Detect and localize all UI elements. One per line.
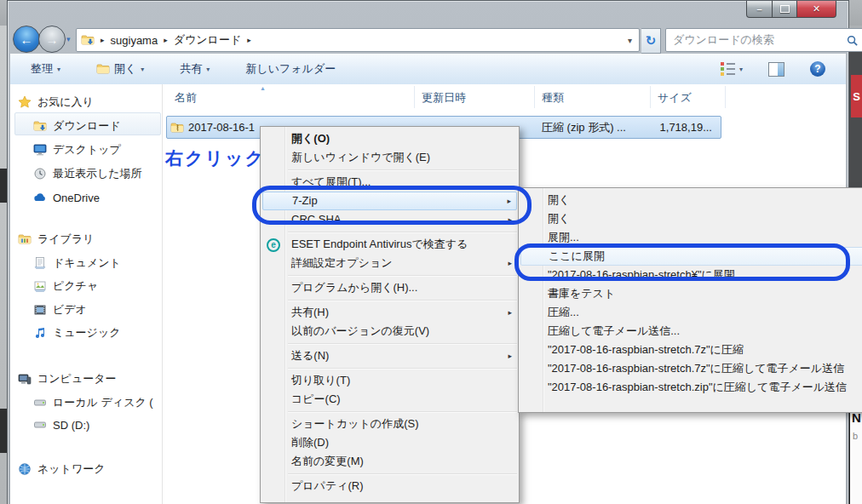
submenu-item-extract[interactable]: 展開... [519, 228, 862, 247]
menu-item-open-new-window[interactable]: 新しいウィンドウで開く(E) [261, 148, 519, 167]
close-icon: ✕ [813, 3, 820, 14]
menu-item-properties[interactable]: プロパティ(R) [261, 477, 519, 495]
menu-item-cut[interactable]: 切り取り(T) [261, 371, 519, 390]
new-folder-button[interactable]: 新しいフォルダー [237, 58, 344, 80]
column-divider[interactable] [650, 86, 651, 108]
recent-pages-dropdown[interactable]: ▾ [66, 35, 71, 43]
menu-item-share[interactable]: 共有(H)▸ [261, 303, 519, 322]
menu-item-copy[interactable]: コピー(C) [261, 390, 519, 409]
menu-item-eset-scan[interactable]: eESET Endpoint Antivirusで検査する [261, 235, 519, 254]
submenu-item-test-archive[interactable]: 書庫をテスト [519, 284, 862, 303]
column-label: 更新日時 [422, 90, 466, 106]
submenu-item-compress-zip-email[interactable]: "2017-08-16-raspbian-stretch.zip"に圧縮して電子… [519, 378, 862, 397]
menu-item-label: 開く(O) [291, 132, 330, 145]
column-header-size[interactable]: サイズ [658, 87, 726, 108]
sidebar-item-pictures[interactable]: ピクチャ [33, 276, 98, 296]
sidebar-item-videos[interactable]: ビデオ [33, 300, 87, 320]
search-placeholder: ダウンロードの検索 [673, 32, 846, 48]
menu-separator [288, 343, 517, 344]
column-divider[interactable] [725, 86, 726, 108]
chevron-down-icon: ▾ [66, 35, 71, 43]
sidebar-item-music[interactable]: ミュージック [33, 323, 121, 343]
sidebar-item-documents[interactable]: ドキュメント [33, 253, 121, 273]
submenu-arrow-icon: ▸ [508, 210, 512, 229]
search-input[interactable]: ダウンロードの検索 [665, 28, 862, 52]
submenu-item-compress-email[interactable]: 圧縮して電子メール送信... [519, 322, 862, 341]
sidebar-item-sd-drive[interactable]: SD (D:) [33, 415, 89, 435]
menu-item-label: 展開... [548, 231, 579, 243]
sidebar-item-favorites[interactable]: お気に入り [18, 92, 94, 112]
column-header-date[interactable]: 更新日時 [422, 87, 532, 108]
breadcrumb-separator-icon: ▸ [158, 36, 174, 44]
organize-button[interactable]: 整理 ▾ [22, 58, 69, 80]
sidebar-item-computer[interactable]: コンピューター [18, 369, 117, 389]
music-note-icon [33, 326, 47, 340]
refresh-button[interactable]: ↻ [641, 28, 661, 54]
pane-divider[interactable] [162, 84, 163, 504]
menu-item-extract-all[interactable]: すべて展開(T)... [261, 173, 519, 192]
menu-item-label: 共有(H) [291, 306, 329, 318]
sidebar-item-desktop[interactable]: デスクトップ [33, 140, 121, 160]
open-button[interactable]: 開く ▾ [88, 58, 152, 80]
column-divider[interactable] [534, 86, 535, 108]
sidebar-item-downloads[interactable]: ダウンロード [33, 116, 121, 136]
minimize-button[interactable]: – [746, 1, 773, 18]
close-button[interactable]: ✕ [797, 1, 836, 18]
submenu-item-compress-7z-email[interactable]: "2017-08-16-raspbian-stretch.7z"に圧縮して電子メ… [519, 359, 862, 378]
computer-icon [18, 372, 32, 386]
preview-pane-button[interactable] [760, 58, 793, 80]
sidebar-item-onedrive[interactable]: OneDrive [33, 187, 100, 208]
menu-item-advanced-options[interactable]: 詳細設定オプション▸ [261, 254, 519, 272]
menu-separator [288, 275, 517, 276]
sidebar-item-network[interactable]: ネットワーク [18, 459, 106, 479]
address-bar[interactable]: ▸ sugiyama ▸ ダウンロード ▸ ▾ [76, 28, 640, 52]
help-button[interactable]: ? [802, 58, 834, 80]
submenu-item-extract-to-folder[interactable]: "2017-08-16-raspbian-stretch¥"に展開 [519, 266, 862, 284]
menu-item-label: ここに展開 [549, 249, 605, 262]
breadcrumb-item[interactable]: ダウンロード [174, 32, 242, 48]
menu-item-label: プログラムから開く(H)... [291, 281, 417, 294]
column-divider[interactable] [414, 86, 415, 108]
breadcrumb-item[interactable]: sugiyama [111, 34, 158, 47]
menu-separator [288, 169, 517, 170]
sidebar-item-label: OneDrive [53, 192, 100, 204]
chevron-down-icon: ▾ [57, 66, 60, 73]
submenu-item-open[interactable]: 開く [519, 191, 862, 209]
address-dropdown[interactable]: ▾ [621, 36, 639, 45]
menu-item-open-with[interactable]: プログラムから開く(H)... [261, 278, 519, 297]
sidebar-item-local-disk[interactable]: ローカル ディスク ( [33, 392, 153, 413]
column-header-name[interactable]: 名前 [175, 87, 413, 108]
submenu-item-open2[interactable]: 開く [519, 209, 862, 228]
eset-icon: e [267, 238, 280, 252]
sidebar-item-recent-places[interactable]: 最近表示した場所 [33, 163, 142, 184]
menu-item-7zip[interactable]: 7-Zip▸ [262, 192, 517, 210]
menu-item-crc-sha[interactable]: CRC SHA▸ [261, 210, 519, 229]
menu-item-delete[interactable]: 削除(D) [261, 433, 519, 452]
maximize-button[interactable] [773, 1, 797, 18]
sidebar-item-libraries[interactable]: ライブラリ [18, 229, 95, 249]
sidebar-item-label: ネットワーク [37, 461, 106, 477]
forward-button[interactable]: → [38, 26, 66, 53]
menu-item-create-shortcut[interactable]: ショートカットの作成(S) [261, 415, 519, 433]
submenu-item-compress-7z[interactable]: "2017-08-16-raspbian-stretch.7z"に圧縮 [519, 341, 862, 359]
sidebar-item-label: ドキュメント [53, 255, 121, 271]
cloud-icon [33, 191, 47, 204]
menu-item-label: 開く [548, 193, 570, 206]
menu-item-restore-previous[interactable]: 以前のバージョンの復元(V) [261, 322, 519, 341]
change-view-button[interactable]: ▾ [712, 58, 751, 80]
column-header-type[interactable]: 種類 [542, 87, 648, 108]
menu-item-label: プロパティ(R) [291, 479, 364, 492]
menu-item-send-to[interactable]: 送る(N)▸ [261, 346, 519, 365]
window-controls: – ✕ [746, 1, 836, 17]
submenu-item-extract-here[interactable]: ここに展開 [520, 247, 862, 266]
share-button[interactable]: 共有 ▾ [171, 58, 218, 80]
monitor-icon [33, 143, 47, 157]
menu-item-open[interactable]: 開く(O) [261, 129, 519, 148]
menu-item-label: ESET Endpoint Antivirusで検査する [291, 238, 468, 250]
background-red-badge: S [851, 75, 862, 117]
submenu-item-compress[interactable]: 圧縮... [519, 303, 862, 322]
back-button[interactable]: ← [13, 26, 40, 53]
menu-item-label: 書庫をテスト [548, 287, 615, 300]
menu-item-rename[interactable]: 名前の変更(M) [261, 452, 519, 471]
menu-separator [288, 300, 517, 301]
